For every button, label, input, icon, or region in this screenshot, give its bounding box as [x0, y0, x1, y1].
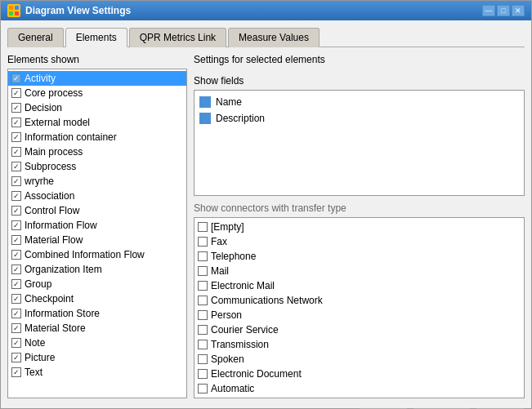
close-button[interactable]: ✕	[512, 5, 525, 16]
list-item[interactable]: Subprocess	[8, 159, 186, 174]
list-item-label: Group	[25, 278, 51, 290]
list-item[interactable]: Information container	[8, 130, 186, 144]
list-item[interactable]: Activity	[8, 71, 186, 86]
list-item[interactable]: External model	[8, 115, 186, 130]
checkbox-icon	[11, 147, 21, 157]
maximize-button[interactable]: □	[497, 5, 510, 16]
connector-checkbox	[198, 281, 208, 291]
connector-item[interactable]: Electronic Mail	[194, 278, 524, 293]
connector-label: Electronic Mail	[211, 280, 275, 291]
field-label: Name	[216, 96, 242, 108]
elements-list[interactable]: ActivityCore processDecisionExternal mod…	[7, 69, 187, 398]
list-item-label: Core process	[25, 87, 83, 99]
tab-elements[interactable]: Elements	[65, 28, 127, 47]
connector-checkbox	[198, 310, 208, 320]
connector-item[interactable]: [Empty]	[194, 220, 524, 234]
connector-item[interactable]: Courier Service	[194, 322, 524, 337]
checkbox-icon	[11, 265, 21, 274]
connector-label: Mail	[211, 265, 229, 277]
list-item[interactable]: Control Flow	[8, 203, 186, 218]
list-item[interactable]: Picture	[8, 350, 186, 365]
list-item-label: Information container	[25, 131, 117, 143]
connector-item[interactable]: Fax	[194, 234, 524, 249]
svg-rect-3	[15, 11, 19, 16]
svg-rect-2	[9, 11, 13, 16]
list-item[interactable]: wryrhe	[8, 174, 186, 189]
list-item-label: Material Flow	[25, 234, 83, 246]
tab-general[interactable]: General	[7, 28, 64, 47]
connectors-list[interactable]: [Empty]FaxTelephoneMailElectronic MailCo…	[194, 217, 525, 398]
field-label: Description	[216, 113, 265, 124]
list-item-label: Note	[25, 337, 45, 349]
checkbox-icon	[11, 220, 21, 230]
connector-item[interactable]: Spoken	[194, 352, 524, 367]
list-item[interactable]: Decision	[8, 100, 186, 115]
list-item-label: Control Flow	[25, 205, 79, 216]
checkbox-icon	[11, 88, 21, 98]
show-fields-box: NameDescription	[194, 90, 525, 196]
show-fields-section: Show fields NameDescription	[194, 75, 525, 196]
list-item[interactable]: Organization Item	[8, 262, 186, 277]
connector-checkbox	[198, 266, 208, 276]
settings-label: Settings for selected elements	[194, 54, 525, 65]
checkbox-icon	[11, 367, 21, 377]
left-panel: Elements shown ActivityCore processDecis…	[7, 54, 187, 398]
list-item-label: Association	[25, 190, 74, 202]
list-item-label: Information Flow	[25, 220, 97, 231]
connector-checkbox	[198, 251, 208, 261]
list-item[interactable]: Information Store	[8, 306, 186, 321]
list-item-label: Activity	[25, 73, 56, 84]
list-item-label: Material Store	[25, 322, 86, 334]
connector-checkbox	[198, 369, 208, 379]
list-item[interactable]: Information Flow	[8, 218, 186, 233]
list-item-label: Main process	[25, 146, 83, 158]
checkbox-icon	[11, 191, 21, 201]
list-item[interactable]: Association	[8, 189, 186, 203]
list-item[interactable]: Note	[8, 336, 186, 350]
checkbox-icon	[11, 323, 21, 333]
checkbox-icon	[11, 250, 21, 260]
connector-label: Courier Service	[211, 324, 279, 336]
list-item[interactable]: Group	[8, 277, 186, 291]
connector-item[interactable]: Automatic	[194, 381, 524, 396]
connector-item[interactable]: Communications Network	[194, 293, 524, 308]
connector-item[interactable]: Transmission	[194, 337, 524, 352]
connector-checkbox	[198, 354, 208, 364]
tab-measure-values[interactable]: Measure Values	[228, 28, 320, 47]
tab-qpr-metrics-link[interactable]: QPR Metrics Link	[129, 28, 226, 47]
field-icon	[199, 113, 211, 124]
show-fields-label: Show fields	[194, 75, 525, 87]
connector-item[interactable]: Telephone	[194, 249, 524, 264]
list-item[interactable]: Checkpoint	[8, 291, 186, 306]
checkbox-icon	[11, 73, 21, 83]
connector-item[interactable]: Person	[194, 308, 524, 322]
checkbox-icon	[11, 118, 21, 127]
connector-label: Communications Network	[211, 295, 323, 306]
list-item-label: Picture	[25, 352, 55, 363]
connector-checkbox	[198, 384, 208, 393]
list-item-label: Information Store	[25, 308, 100, 319]
title-bar: Diagram View Settings — □ ✕	[1, 1, 531, 20]
checkbox-icon	[11, 206, 21, 216]
list-item[interactable]: Combined Information Flow	[8, 247, 186, 262]
title-bar-left: Diagram View Settings	[7, 4, 131, 17]
checkbox-icon	[11, 279, 21, 289]
connector-checkbox	[198, 237, 208, 247]
list-item[interactable]: Text	[8, 365, 186, 380]
window-title: Diagram View Settings	[25, 5, 131, 16]
list-item[interactable]: Material Flow	[8, 233, 186, 247]
list-item[interactable]: Core process	[8, 86, 186, 100]
list-item[interactable]: Main process	[8, 144, 186, 159]
minimize-button[interactable]: —	[482, 5, 495, 16]
connector-checkbox	[198, 296, 208, 305]
field-item: Name	[198, 94, 521, 110]
title-buttons: — □ ✕	[482, 5, 525, 16]
list-item-label: Combined Information Flow	[25, 249, 145, 260]
list-item[interactable]: Material Store	[8, 321, 186, 336]
connector-item[interactable]: Electronic Document	[194, 367, 524, 381]
footer: OK Cancel Help	[7, 402, 525, 409]
connector-item[interactable]: Mail	[194, 264, 524, 278]
checkbox-icon	[11, 103, 21, 113]
window-icon	[7, 4, 20, 17]
connector-checkbox	[198, 325, 208, 335]
